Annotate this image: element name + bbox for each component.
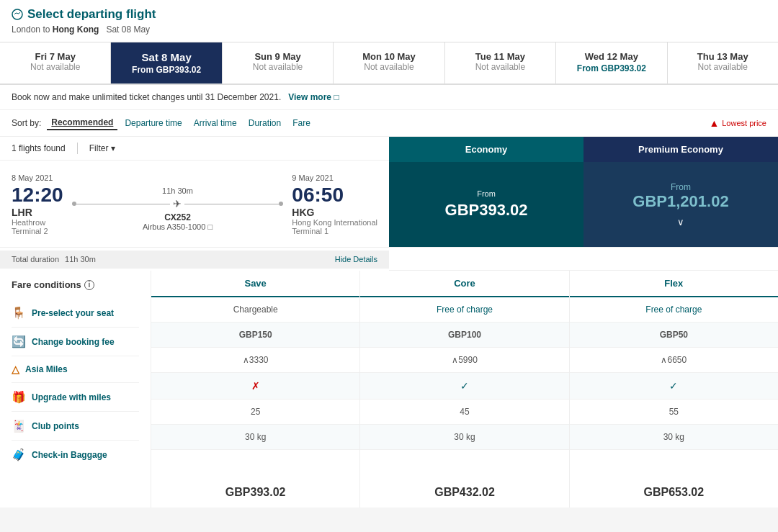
date-tab-tue11[interactable]: Tue 11 May Not available	[445, 42, 556, 84]
plane-icon: ✈	[173, 198, 182, 209]
filter-label: Filter	[89, 143, 109, 153]
fare-save-club: 25	[151, 400, 359, 425]
fare-core-club: 45	[360, 400, 568, 425]
sort-arrival[interactable]: Arrival time	[189, 117, 241, 130]
tab-status-tue11: Not available	[451, 62, 550, 72]
fare-total-spacer	[0, 477, 151, 508]
sort-recommended[interactable]: Recommended	[47, 116, 117, 130]
club-icon: 🃏	[12, 419, 26, 433]
fare-flex-change: GBP50	[570, 323, 778, 348]
check-icon-flex: ✓	[669, 380, 678, 392]
fare-col-core: Core Free of charge GBP100 ∧5990 ✓ 45 30…	[360, 271, 569, 477]
fare-info-icon[interactable]: i	[84, 280, 94, 290]
filter-button[interactable]: Filter ▾	[89, 143, 116, 153]
destination: Hong Kong	[53, 24, 99, 35]
fare-row-asia-miles[interactable]: △ Asia Miles	[12, 356, 139, 383]
sort-label: Sort by:	[12, 118, 41, 128]
fare-conditions-title-text: Fare conditions	[12, 279, 81, 290]
total-duration-info: Total duration 11h 30m Hide Details	[0, 251, 389, 269]
fare-row-club-points[interactable]: 🃏 Club points	[12, 412, 139, 441]
tab-price-wed12: From GBP393.02	[562, 63, 661, 73]
plane-icon	[12, 9, 23, 20]
fare-core-header: Core	[360, 271, 568, 297]
premium-total-spacer	[584, 248, 778, 271]
sort-departure[interactable]: Departure time	[120, 117, 186, 130]
economy-from-label: From	[477, 189, 496, 198]
premium-column-header: Premium Economy	[584, 137, 778, 162]
tab-day-tue11: Tue 11 May	[451, 51, 550, 62]
depart-airport-name-text: Heathrow	[12, 218, 45, 227]
date-tab-sat8[interactable]: Sat 8 May From GBP393.02	[111, 42, 222, 84]
flight-times: 8 May 2021 12:20 LHR Heathrow Terminal 2…	[12, 173, 377, 235]
duration-line-inner	[76, 204, 171, 204]
baggage-icon: 🧳	[12, 448, 26, 461]
divider	[77, 143, 78, 154]
checkin-baggage-label: Check-in Baggage	[32, 450, 107, 460]
fare-row-checkin-baggage[interactable]: 🧳 Check-in Baggage	[12, 441, 139, 469]
fare-core-baggage: 30 kg	[360, 425, 568, 450]
fare-conditions-title: Fare conditions i	[12, 279, 139, 290]
sort-duration[interactable]: Duration	[244, 117, 285, 130]
date-tab-fri7[interactable]: Fri 7 May Not available	[0, 42, 111, 84]
page-header: Select departing flight London to Hong K…	[0, 0, 778, 42]
fare-flex-miles: ∧6650	[570, 348, 778, 373]
fare-total-core[interactable]: GBP432.02	[360, 477, 569, 508]
filter-chevron-icon: ▾	[111, 143, 115, 153]
tab-day-fri7: Fri 7 May	[6, 51, 104, 62]
fare-core-upgrade: ✓	[360, 373, 568, 400]
hide-details-link[interactable]: Hide Details	[335, 255, 377, 263]
fare-row-pre-select[interactable]: 🪑 Pre-select your seat	[12, 299, 139, 328]
fare-row-upgrade[interactable]: 🎁 Upgrade with miles	[12, 383, 139, 412]
economy-price-amount: GBP393.02	[445, 201, 528, 220]
fare-total-save[interactable]: GBP393.02	[151, 477, 360, 508]
upgrade-label: Upgrade with miles	[32, 392, 111, 402]
arrive-date: 9 May 2021	[292, 173, 377, 182]
sort-fare[interactable]: Fare	[288, 117, 315, 130]
info-bar: Book now and make unlimited ticket chang…	[0, 85, 778, 110]
arrive-terminal: Terminal 1	[292, 227, 328, 235]
premium-price-panel[interactable]: From GBP1,201.02 ∨	[584, 162, 778, 247]
date-tab-sun9[interactable]: Sun 9 May Not available	[223, 42, 334, 84]
flights-count: 1 flights found	[12, 143, 66, 153]
tab-status-fri7: Not available	[6, 62, 104, 72]
date-tab-mon10[interactable]: Mon 10 May Not available	[334, 42, 444, 84]
page-subtitle: London to Hong Kong Sat 08 May	[12, 24, 766, 42]
fare-total-flex[interactable]: GBP653.02	[570, 477, 778, 508]
depart-airport-code: LHR	[12, 207, 63, 218]
fare-conditions-labels: Fare conditions i 🪑 Pre-select your seat…	[0, 271, 151, 477]
total-duration-value: 11h 30m	[65, 255, 96, 263]
fare-section: Fare conditions i 🪑 Pre-select your seat…	[0, 271, 778, 477]
duration-line-container: 11h 30m ✈ CX252 Airbus A350-1000 □	[72, 173, 284, 231]
tab-day-mon10: Mon 10 May	[339, 51, 438, 62]
depart-airport-name: Heathrow Terminal 2	[12, 218, 63, 235]
date-tab-thu13[interactable]: Thu 13 May Not available	[668, 42, 778, 84]
date-tabs: Fri 7 May Not available Sat 8 May From G…	[0, 42, 778, 85]
fare-flex-baggage: 30 kg	[570, 425, 778, 450]
tab-price-sat8: From GBP393.02	[117, 65, 215, 75]
view-more-link[interactable]: View more □	[288, 92, 339, 102]
lowest-price-label: Lowest price	[722, 119, 766, 127]
flight-number-info: CX252 Airbus A350-1000 □	[143, 212, 213, 231]
economy-price-panel[interactable]: From GBP393.02	[389, 162, 584, 247]
fare-core-change: GBP100	[360, 323, 568, 348]
flights-found-bar: 1 flights found Filter ▾	[0, 137, 389, 161]
tab-day-sun9: Sun 9 May	[228, 51, 327, 62]
total-duration-bar: Total duration 11h 30m Hide Details	[0, 248, 778, 271]
aircraft-info: Airbus A350-1000 □	[143, 222, 213, 231]
club-points-label: Club points	[32, 421, 79, 431]
fare-flex-header: Flex	[570, 271, 778, 297]
fare-save-baggage: 30 kg	[151, 425, 359, 450]
external-link-icon: □	[334, 92, 339, 102]
fare-core-seat: Free of charge	[360, 297, 568, 323]
flight-info: 8 May 2021 12:20 LHR Heathrow Terminal 2…	[0, 162, 389, 247]
fare-row-change-booking[interactable]: 🔄 Change booking fee	[12, 328, 139, 356]
fare-save-header: Save	[151, 271, 359, 297]
flight-number: CX252	[143, 212, 213, 222]
fare-save-change: GBP150	[151, 323, 359, 348]
depart-terminal: Terminal 2	[12, 227, 48, 235]
change-booking-label: Change booking fee	[32, 337, 115, 347]
tab-day-sat8: Sat 8 May	[117, 51, 215, 63]
date-tab-wed12[interactable]: Wed 12 May From GBP393.02	[556, 42, 667, 84]
miles-icon: △	[12, 364, 19, 375]
wifi-icon: □	[207, 222, 213, 231]
